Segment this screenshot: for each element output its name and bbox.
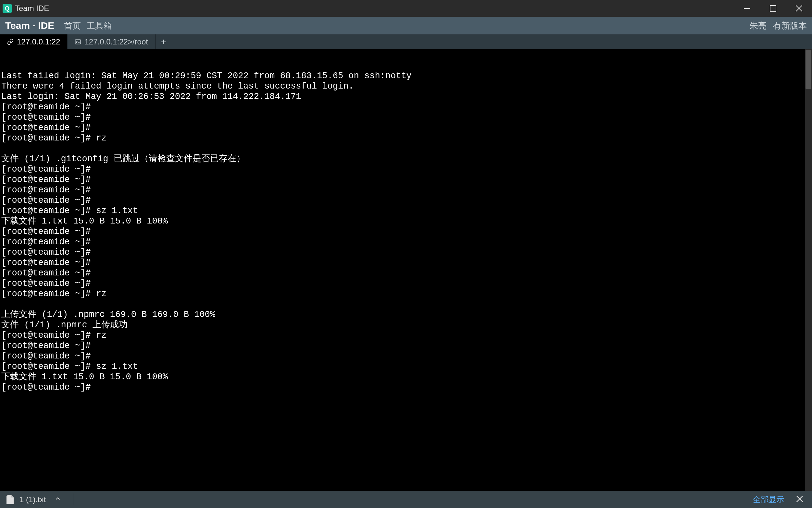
download-bar: 1 (1).txt 全部显示 (0, 491, 812, 508)
terminal-line: There were 4 failed login attempts since… (1, 81, 811, 91)
maximize-icon (770, 5, 776, 12)
terminal-line: [root@teamide ~]# (1, 351, 811, 362)
terminal-output[interactable]: Last failed login: Sat May 21 00:29:59 C… (0, 49, 812, 491)
menubar-right: 朱亮 有新版本 (750, 20, 807, 32)
window-title: Team IDE (15, 4, 49, 13)
terminal-line: [root@teamide ~]# (1, 278, 811, 289)
menu-toolbox[interactable]: 工具箱 (87, 20, 112, 32)
app-icon-letter: Q (5, 5, 9, 12)
terminal-line: [root@teamide ~]# (1, 123, 811, 133)
app-icon: Q (3, 4, 12, 13)
terminal-line: [root@teamide ~]# (1, 174, 811, 185)
download-filename: 1 (1).txt (20, 495, 46, 504)
scrollbar-thumb[interactable] (806, 50, 811, 89)
download-bar-close[interactable] (794, 495, 806, 504)
file-icon (6, 495, 14, 504)
terminal-line: [root@teamide ~]# rz (1, 289, 811, 299)
terminal-line: Last login: Sat May 21 00:26:53 2022 fro… (1, 91, 811, 102)
terminal-line: [root@teamide ~]# (1, 226, 811, 237)
window-controls (734, 0, 812, 17)
maximize-button[interactable] (760, 0, 786, 17)
close-button[interactable] (786, 0, 812, 17)
os-titlebar: Q Team IDE (0, 0, 812, 17)
terminal-line: [root@teamide ~]# (1, 195, 811, 206)
terminal-line: [root@teamide ~]# (1, 237, 811, 247)
terminal-line: [root@teamide ~]# (1, 258, 811, 268)
tab-label: 127.0.0.1:22 (17, 37, 60, 46)
close-icon (797, 496, 803, 502)
version-notice[interactable]: 有新版本 (773, 20, 807, 32)
terminal-line: 上传文件 (1/1) .npmrc 169.0 B 169.0 B 100% (1, 309, 811, 320)
terminal-line: [root@teamide ~]# (1, 102, 811, 112)
tab-ssh-connection[interactable]: 127.0.0.1:22 (0, 34, 68, 49)
minimize-button[interactable] (734, 0, 760, 17)
terminal-icon (75, 39, 81, 45)
terminal-line: Last failed login: Sat May 21 00:29:59 C… (1, 71, 811, 81)
terminal-line: [root@teamide ~]# (1, 341, 811, 351)
user-name[interactable]: 朱亮 (750, 20, 767, 32)
terminal-line: [root@teamide ~]# (1, 247, 811, 258)
minimize-icon (744, 5, 750, 12)
terminal-line: [root@teamide ~]# (1, 164, 811, 174)
tab-add-button[interactable]: + (156, 34, 172, 49)
download-bar-right: 全部显示 (753, 494, 806, 505)
download-chevron-button[interactable] (52, 494, 64, 505)
terminal-line (1, 143, 811, 154)
svg-rect-4 (75, 40, 81, 44)
terminal-line: 文件 (1/1) .npmrc 上传成功 (1, 320, 811, 330)
tab-bar: 127.0.0.1:22 127.0.0.1:22>/root + (0, 34, 812, 49)
app-menubar: Team · IDE 首页 工具箱 朱亮 有新版本 (0, 17, 812, 34)
link-icon (7, 39, 14, 45)
terminal-line: [root@teamide ~]# rz (1, 330, 811, 341)
terminal-line: [root@teamide ~]# (1, 185, 811, 195)
terminal-line: [root@teamide ~]# (1, 382, 811, 392)
show-all-downloads[interactable]: 全部显示 (753, 494, 784, 505)
app-name-label: Team · IDE (5, 20, 54, 31)
terminal-line: [root@teamide ~]# (1, 268, 811, 278)
svg-rect-1 (770, 5, 776, 11)
terminal-line (1, 299, 811, 309)
terminal-line: 文件 (1/1) .gitconfig 已跳过（请检查文件是否已存在） (1, 154, 811, 164)
terminal-line: 下载文件 1.txt 15.0 B 15.0 B 100% (1, 372, 811, 382)
terminal-line: [root@teamide ~]# sz 1.txt (1, 206, 811, 216)
plus-icon: + (161, 37, 166, 47)
menu-home[interactable]: 首页 (64, 20, 81, 32)
terminal-line: [root@teamide ~]# (1, 112, 811, 123)
terminal-scrollbar[interactable] (805, 49, 812, 491)
tab-label: 127.0.0.1:22>/root (84, 37, 148, 46)
terminal-line: [root@teamide ~]# sz 1.txt (1, 362, 811, 372)
close-icon (796, 5, 802, 12)
terminal-line: [root@teamide ~]# rz (1, 133, 811, 143)
tab-terminal-root[interactable]: 127.0.0.1:22>/root (68, 34, 156, 49)
terminal-line: 下载文件 1.txt 15.0 B 15.0 B 100% (1, 216, 811, 226)
download-item[interactable]: 1 (1).txt (6, 494, 74, 505)
chevron-up-icon (54, 494, 62, 503)
